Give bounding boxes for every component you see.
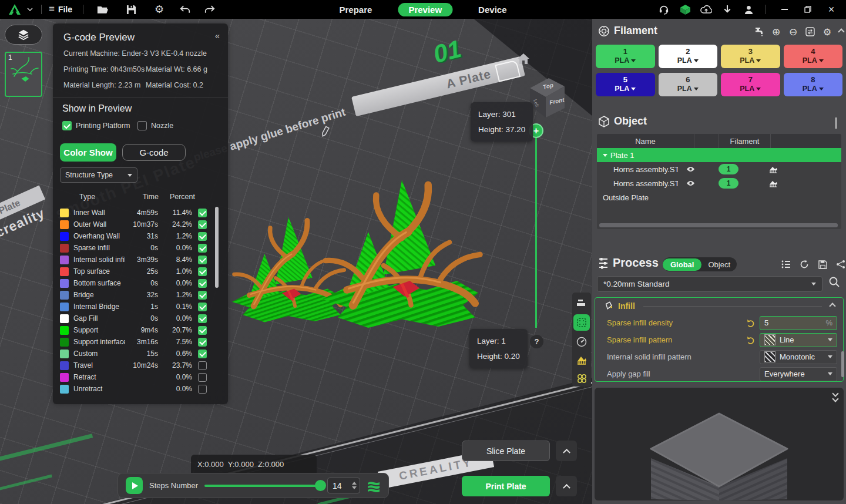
row-visibility-checkbox[interactable] xyxy=(198,338,207,347)
play-button[interactable] xyxy=(126,477,143,494)
row-visibility-checkbox[interactable] xyxy=(198,350,207,358)
tab-preview[interactable]: Preview xyxy=(398,3,452,16)
plate-thumbnail-1[interactable]: 1 xyxy=(5,52,42,97)
layer-list-icon[interactable] xyxy=(574,296,589,310)
plate-list-toggle-button[interactable] xyxy=(5,25,42,45)
multi-plate-view-icon[interactable] xyxy=(574,371,589,385)
object-row-horns-2[interactable]: Horns assembly.STL 1 xyxy=(597,176,841,190)
visibility-eye-icon[interactable] xyxy=(678,166,703,172)
reset-process-icon[interactable] xyxy=(797,257,811,271)
row-visibility-checkbox[interactable] xyxy=(198,209,207,217)
sync-filament-icon[interactable] xyxy=(803,25,817,39)
save-preset-icon[interactable] xyxy=(815,257,830,271)
gcode-button[interactable]: G-code xyxy=(122,144,186,161)
filament-slot-3[interactable]: 3PLA xyxy=(721,45,780,68)
row-visibility-checkbox[interactable] xyxy=(198,373,207,382)
collapse-preview-icon[interactable] xyxy=(833,391,838,401)
print-plate-button[interactable]: Print Plate xyxy=(462,476,550,496)
row-visibility-checkbox[interactable] xyxy=(198,256,207,264)
filament-slot-5[interactable]: 5PLA xyxy=(596,73,655,96)
row-visibility-checkbox[interactable] xyxy=(198,303,207,311)
internal-solid-infill-pattern-dropdown[interactable]: Monotonic xyxy=(760,350,837,364)
row-visibility-checkbox[interactable] xyxy=(198,279,207,288)
global-tab[interactable]: Global xyxy=(663,258,701,271)
row-visibility-checkbox[interactable] xyxy=(198,385,207,394)
filament-slot-7[interactable]: 7PLA xyxy=(721,73,780,96)
process-preset-dropdown[interactable]: *0.20mm Standard xyxy=(597,276,822,292)
filament-slot-1[interactable]: 1PLA xyxy=(596,45,655,68)
infill-header[interactable]: Infill xyxy=(595,298,843,314)
parameter-list-icon[interactable] xyxy=(779,257,793,271)
filament-slot-6[interactable]: 6PLA xyxy=(659,73,718,96)
save-icon[interactable] xyxy=(122,1,140,18)
search-parameter-icon[interactable] xyxy=(828,276,840,288)
sparse-infill-pattern-dropdown[interactable]: Line xyxy=(760,333,837,347)
filament-assignment-pill[interactable]: 1 xyxy=(703,164,754,174)
print-options-button[interactable] xyxy=(556,476,577,496)
tab-prepare[interactable]: Prepare xyxy=(329,3,383,16)
home-view-icon[interactable] xyxy=(517,53,530,65)
row-visibility-checkbox[interactable] xyxy=(198,291,207,300)
filament-slot-4[interactable]: 4PLA xyxy=(784,45,843,68)
gcode-model-preview[interactable] xyxy=(228,176,489,373)
tab-device[interactable]: Device xyxy=(468,3,517,16)
row-visibility-checkbox[interactable] xyxy=(198,220,207,229)
layers-green-icon[interactable] xyxy=(367,479,381,492)
support-indicator-icon[interactable] xyxy=(754,180,841,187)
object-row-horns-1[interactable]: Horns assembly.STL 1 xyxy=(597,162,841,176)
outside-plate-row[interactable]: Outside Plate xyxy=(597,190,841,204)
color-show-button[interactable]: Color Show xyxy=(60,143,116,162)
steps-number-input[interactable]: 14 xyxy=(327,478,360,493)
redo-icon[interactable] xyxy=(201,1,219,18)
settings-gear-icon[interactable]: ⚙ xyxy=(150,1,168,18)
row-visibility-checkbox[interactable] xyxy=(198,314,207,323)
restore-window-button[interactable] xyxy=(798,1,818,18)
add-filament-icon[interactable]: ⊕ xyxy=(769,25,783,39)
row-visibility-checkbox[interactable] xyxy=(198,232,207,241)
sparse-infill-density-input[interactable]: 5 % xyxy=(760,316,837,330)
wipe-tower-faucet-icon[interactable] xyxy=(752,25,766,39)
nozzle-checkbox[interactable] xyxy=(137,121,147,130)
filament-slot-2[interactable]: 2PLA xyxy=(659,45,718,68)
structure-type-dropdown[interactable]: Structure Type xyxy=(60,167,137,183)
slice-plate-button[interactable]: Slice Plate xyxy=(462,441,550,461)
collapse-infill-icon[interactable] xyxy=(829,303,835,309)
object-tab[interactable]: Object xyxy=(701,258,737,271)
collapse-object-icon[interactable] xyxy=(835,119,837,129)
menu-icon[interactable]: ≡ xyxy=(49,4,55,15)
apply-gap-fill-dropdown[interactable]: Everywhere xyxy=(760,367,837,381)
filament-slot-8[interactable]: 8PLA xyxy=(784,73,843,96)
row-visibility-checkbox[interactable] xyxy=(198,361,207,370)
reset-value-icon[interactable] xyxy=(746,336,756,344)
user-account-icon[interactable] xyxy=(740,1,757,18)
open-folder-icon[interactable] xyxy=(94,1,112,18)
support-headset-icon[interactable] xyxy=(655,1,673,18)
cloud-upload-icon[interactable] xyxy=(697,1,715,18)
row-visibility-checkbox[interactable] xyxy=(198,267,207,276)
steps-slider[interactable] xyxy=(204,485,321,487)
process-scrollbar[interactable] xyxy=(841,351,844,377)
printing-platform-checkbox[interactable] xyxy=(62,121,72,130)
support-indicator-icon[interactable] xyxy=(754,166,841,173)
undo-icon[interactable] xyxy=(176,1,194,18)
file-menu[interactable]: File xyxy=(58,5,72,14)
steps-spinner[interactable] xyxy=(349,482,360,489)
row-visibility-checkbox[interactable] xyxy=(198,326,207,335)
layer-slider-track[interactable] xyxy=(535,134,537,328)
reset-value-icon[interactable] xyxy=(746,319,756,327)
minimize-button[interactable] xyxy=(774,1,794,18)
remove-filament-icon[interactable]: ⊖ xyxy=(786,25,800,39)
visibility-eye-icon[interactable] xyxy=(678,180,703,186)
plate-1-row[interactable]: Plate 1 xyxy=(597,148,841,162)
filament-assignment-pill[interactable]: 1 xyxy=(703,178,754,189)
speed-view-icon[interactable] xyxy=(574,335,589,349)
collapse-panel-button[interactable]: « xyxy=(215,31,220,41)
model-library-icon[interactable] xyxy=(676,1,694,18)
filament-settings-gear-icon[interactable]: ⚙ xyxy=(820,25,834,39)
object-table-hscrollbar[interactable] xyxy=(599,223,838,227)
logo-dropdown-chevron-icon[interactable] xyxy=(26,1,34,18)
close-button[interactable]: × xyxy=(821,1,841,18)
row-visibility-checkbox[interactable] xyxy=(198,244,207,253)
steps-slider-handle[interactable] xyxy=(315,480,326,491)
export-preset-icon[interactable] xyxy=(834,257,846,271)
